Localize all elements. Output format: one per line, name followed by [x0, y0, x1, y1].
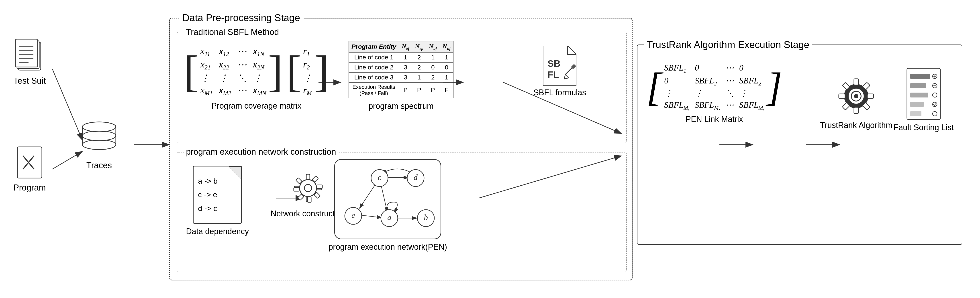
database-icon [80, 118, 118, 158]
pen-matrix-cells: SBFL1 0 ⋯ 0 0 SBFL2 ⋯ SBFL2 ⋮ ⋮ ⋱ ⋮ SBFL… [664, 63, 764, 111]
program-icon [15, 145, 44, 180]
row3-nep: 1 [412, 72, 426, 82]
cell-vdots1: ⋮ [200, 73, 213, 84]
pm-0-2: 0 [739, 63, 764, 74]
r1: r1 [303, 46, 312, 58]
sbfl-method-title: Traditional SBFL Method [184, 27, 281, 37]
row3-nuf2: 1 [440, 72, 453, 82]
row1-nuf2: 1 [440, 52, 453, 62]
svg-line-4 [52, 151, 83, 169]
main-diagram: Test Suit Program Traces Data Pre-proces [0, 0, 980, 298]
col-nef: Nef [399, 41, 412, 52]
row1-nuf: 1 [426, 52, 440, 62]
cell-dots3: ⋯ [237, 85, 247, 97]
svg-rect-93 [910, 93, 928, 97]
svg-line-59 [360, 215, 382, 218]
cell-xM1: xM1 [200, 85, 213, 97]
table-row: Line of code 1 1 2 1 1 [349, 52, 453, 62]
pm-sbflM1: SBFLM, [664, 100, 689, 111]
pen-matrix-right-bracket: ] [767, 70, 782, 104]
svg-point-31 [83, 140, 116, 149]
right-bracket: ] [268, 54, 283, 89]
pen-matrix-left-bracket: [ [646, 70, 662, 104]
svg-rect-16 [15, 39, 38, 67]
row4-entity: Execution Results(Pass / Fail) [349, 82, 399, 98]
r-right-bracket: ] [314, 54, 329, 89]
pm-sbflM3: SBFLM, [739, 100, 764, 111]
pen-matrix-group: [ SBFL1 0 ⋯ 0 0 SBFL2 ⋯ SBFL2 ⋮ ⋮ ⋱ ⋮ SB… [646, 63, 782, 124]
r-cells: r1 r2 ⋮ rM [303, 46, 312, 97]
r-left-bracket: [ [286, 54, 301, 89]
trustrank-stage-box: TrustRank Algorithm Execution Stage [ SB… [637, 44, 962, 245]
sbfl-method-box: Traditional SBFL Method [ x11 x12 ⋯ x1N … [177, 32, 627, 143]
svg-rect-76 [854, 79, 858, 85]
pm-vdots-3: ⋮ [739, 88, 764, 98]
svg-line-57 [381, 183, 387, 212]
traces-group: Traces [80, 118, 118, 170]
row3-nuf: 2 [426, 72, 440, 82]
cell-x22: x22 [219, 59, 231, 71]
pm-vdots-2: ⋮ [695, 88, 720, 98]
coverage-matrix: [ x11 x12 ⋯ x1N x21 x22 ⋯ x2N ⋮ ⋮ ⋱ ⋮ [184, 46, 329, 97]
traces-label: Traces [86, 161, 112, 170]
svg-rect-44 [306, 174, 310, 180]
pen-network-svg: c d e a b [335, 160, 442, 240]
trustrank-gear-icon [834, 74, 878, 118]
svg-text:e: e [352, 211, 355, 220]
cell-dots2: ⋯ [237, 59, 247, 71]
row1-entity: Line of code 1 [349, 52, 399, 62]
spectrum-header-row: Program Entity Nef Nep Nuf Nuf [349, 41, 453, 52]
pen-title: program execution network construction [184, 147, 338, 157]
row2-nep: 2 [412, 62, 426, 72]
col-nep: Nep [412, 41, 426, 52]
trustrank-algo-label: TrustRank Algorithm [820, 120, 892, 130]
fault-list-group: Fault Sorting List [894, 67, 954, 132]
pen-label: program execution network(PEN) [329, 243, 447, 252]
row2-nuf2: 0 [440, 62, 453, 72]
row3-nef: 3 [399, 72, 412, 82]
dep-lines: a -> b c -> e d -> c [198, 174, 237, 215]
trustrank-algo-group: TrustRank Algorithm [820, 74, 892, 130]
cell-x12: x12 [219, 46, 231, 58]
table-row: Line of code 2 3 2 0 0 [349, 62, 453, 72]
svg-point-43 [304, 184, 312, 192]
svg-rect-96 [910, 102, 924, 107]
trustrank-stage-title: TrustRank Algorithm Execution Stage [644, 39, 812, 50]
spectrum-table-group: Program Entity Nef Nep Nuf Nuf Line of c… [348, 41, 453, 111]
test-suit-icon [15, 38, 44, 73]
col-nuf2: Nuf [440, 41, 453, 52]
r-vdots: ⋮ [303, 73, 312, 84]
row4-nef: P [399, 82, 412, 98]
svg-rect-98 [910, 111, 921, 116]
sbfl-doc-svg: SB FL [543, 46, 576, 86]
pen-link-matrix: [ SBFL1 0 ⋯ 0 0 SBFL2 ⋯ SBFL2 ⋮ ⋮ ⋱ ⋮ SB… [646, 63, 782, 111]
row4-nep: P [412, 82, 426, 98]
svg-rect-86 [910, 74, 930, 79]
doc-fold-svg [229, 166, 241, 179]
svg-point-33 [83, 122, 116, 132]
pm-dots-3: ⋯ [725, 100, 734, 111]
cell-dots1: ⋯ [237, 46, 247, 58]
sbfl-formula-label: SBFL formulas [533, 88, 586, 97]
pm-dots-1: ⋯ [725, 63, 734, 74]
cell-vdots3: ⋮ [253, 73, 266, 84]
svg-rect-53 [294, 188, 299, 191]
fault-list-label: Fault Sorting List [894, 123, 954, 132]
row1-nef: 1 [399, 52, 412, 62]
pm-0-1: 0 [695, 63, 720, 74]
rM: rM [303, 85, 312, 97]
pm-sbfl2b: SBFL2 [739, 76, 764, 87]
spectrum-label: program spectrum [348, 101, 453, 111]
svg-text:c: c [378, 173, 381, 182]
coverage-matrix-group: [ x11 x12 ⋯ x1N x21 x22 ⋯ x2N ⋮ ⋮ ⋱ ⋮ [184, 46, 329, 111]
cell-ddots: ⋱ [237, 73, 247, 84]
table-row: Line of code 3 3 1 2 1 [349, 72, 453, 82]
pen-box: program execution network construction a… [177, 152, 627, 272]
test-suit-label: Test Suit [13, 76, 46, 86]
svg-text:SB: SB [547, 58, 560, 69]
row4-nuf: P [426, 82, 440, 98]
pm-0-3: 0 [664, 76, 689, 87]
col-nuf: Nuf [426, 41, 440, 52]
cell-xM2: xM2 [219, 85, 231, 97]
pm-sbflM2: SBFLM, [695, 100, 720, 111]
